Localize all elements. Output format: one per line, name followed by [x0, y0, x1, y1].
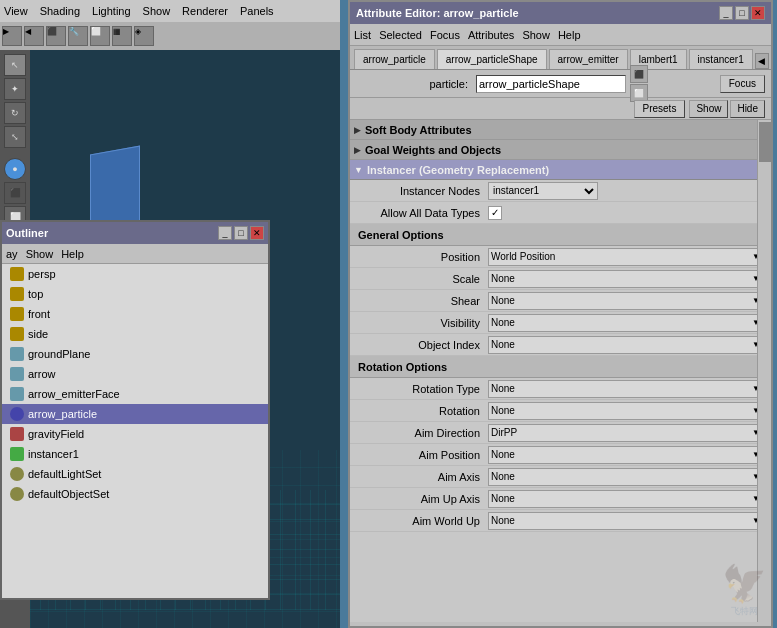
outliner-item-gravity[interactable]: gravityField — [2, 424, 268, 444]
aim-up-axis-value: None ▼ — [488, 490, 763, 508]
tab-prev-btn[interactable]: ◀ — [755, 53, 769, 69]
shear-dropdown-text: None — [491, 295, 515, 306]
aim-axis-label: Aim Axis — [358, 471, 488, 483]
aim-axis-dropdown[interactable]: None ▼ — [488, 468, 763, 486]
menu-panels[interactable]: Panels — [240, 5, 274, 17]
toolbar-icon-3[interactable]: ⬛ — [46, 26, 66, 46]
object-index-dropdown[interactable]: None ▼ — [488, 336, 763, 354]
attr-maximize-btn[interactable]: □ — [735, 6, 749, 20]
instancer-section[interactable]: ▼ Instancer (Geometry Replacement) — [350, 160, 771, 180]
visibility-dropdown[interactable]: None ▼ — [488, 314, 763, 332]
menu-view[interactable]: View — [4, 5, 28, 17]
toolbar-icon-6[interactable]: ▦ — [112, 26, 132, 46]
attr-close-btn[interactable]: ✕ — [751, 6, 765, 20]
item-label-objectset: defaultObjectSet — [28, 488, 109, 500]
outliner-item-side[interactable]: side — [2, 324, 268, 344]
watermark: 🦅 飞特网 — [722, 563, 767, 618]
toolbar-icon-4[interactable]: 🔧 — [68, 26, 88, 46]
menu-shading[interactable]: Shading — [40, 5, 80, 17]
aim-world-up-value: None ▼ — [488, 512, 763, 530]
visibility-dropdown-text: None — [491, 317, 515, 328]
particle-input[interactable]: arrow_particleShape — [476, 75, 626, 93]
menu-renderer[interactable]: Renderer — [182, 5, 228, 17]
outliner-item-objectset[interactable]: defaultObjectSet — [2, 484, 268, 504]
side-icon-sphere[interactable]: ● — [4, 158, 26, 180]
presets-button[interactable]: Presets — [634, 100, 686, 118]
outliner-item-front[interactable]: front — [2, 304, 268, 324]
aim-world-up-label: Aim World Up — [358, 515, 488, 527]
outliner-item-top[interactable]: top — [2, 284, 268, 304]
aim-world-up-dropdown[interactable]: None ▼ — [488, 512, 763, 530]
attr-menu-show[interactable]: Show — [522, 29, 550, 41]
toolbar-icon-2[interactable]: ◀ — [24, 26, 44, 46]
allow-all-checkbox[interactable] — [488, 206, 502, 220]
attribute-editor: Attribute Editor: arrow_particle _ □ ✕ L… — [348, 0, 773, 628]
outliner-item-arrow-emitter[interactable]: arrow_emitterFace — [2, 384, 268, 404]
toolbar-icon-5[interactable]: ⬜ — [90, 26, 110, 46]
attr-menu-list[interactable]: List — [354, 29, 371, 41]
shear-dropdown[interactable]: None ▼ — [488, 292, 763, 310]
attr-tab-nav: ◀ ▶ — [755, 53, 771, 69]
particle-row: particle: arrow_particleShape ⬛ ⬜ Focus — [350, 70, 771, 98]
toolbar-icon-7[interactable]: ◈ — [134, 26, 154, 46]
focus-button[interactable]: Focus — [720, 75, 765, 93]
rotation-type-label: Rotation Type — [358, 383, 488, 395]
side-icon-scale[interactable]: ⤡ — [4, 126, 26, 148]
outliner-item-instancer[interactable]: instancer1 — [2, 444, 268, 464]
show-button[interactable]: Show — [689, 100, 728, 118]
attr-menu-selected[interactable]: Selected — [379, 29, 422, 41]
item-label-gravity: gravityField — [28, 428, 84, 440]
item-label-groundplane: groundPlane — [28, 348, 90, 360]
visibility-row: Visibility None ▼ — [350, 312, 771, 334]
outliner-item-groundplane[interactable]: groundPlane — [2, 344, 268, 364]
shear-value: None ▼ — [488, 292, 763, 310]
scrollbar-thumb[interactable] — [759, 122, 771, 162]
tab-arrow-emitter[interactable]: arrow_emitter — [549, 49, 628, 69]
scale-dropdown[interactable]: None ▼ — [488, 270, 763, 288]
outliner-menu-show[interactable]: Show — [26, 248, 54, 260]
aim-position-dropdown[interactable]: None ▼ — [488, 446, 763, 464]
tab-instancer1[interactable]: instancer1 — [689, 49, 753, 69]
attr-menu-focus[interactable]: Focus — [430, 29, 460, 41]
rotation-type-dropdown[interactable]: None ▼ — [488, 380, 763, 398]
tab-arrow-particle[interactable]: arrow_particle — [354, 49, 435, 69]
tab-arrow-particleshape[interactable]: arrow_particleShape — [437, 49, 547, 69]
side-icon-move[interactable]: ✦ — [4, 78, 26, 100]
side-icon-rotate[interactable]: ↻ — [4, 102, 26, 124]
side-icon-select[interactable]: ↖ — [4, 54, 26, 76]
menu-lighting[interactable]: Lighting — [92, 5, 131, 17]
rotation-value: None ▼ — [488, 402, 763, 420]
outliner-item-arrow[interactable]: arrow — [2, 364, 268, 384]
outliner-maximize-btn[interactable]: □ — [234, 226, 248, 240]
outliner-item-arrow-particle[interactable]: arrow_particle — [2, 404, 268, 424]
position-dropdown[interactable]: World Position ▼ — [488, 248, 763, 266]
attr-content[interactable]: ▶ Soft Body Attributes ▶ Goal Weights an… — [350, 120, 771, 622]
aim-up-axis-dropdown[interactable]: None ▼ — [488, 490, 763, 508]
item-label-front: front — [28, 308, 50, 320]
aim-direction-dropdown[interactable]: DirPP ▼ — [488, 424, 763, 442]
particle-icon-btn-1[interactable]: ⬛ — [630, 65, 648, 83]
aim-direction-label: Aim Direction — [358, 427, 488, 439]
attr-minimize-btn[interactable]: _ — [719, 6, 733, 20]
scale-value: None ▼ — [488, 270, 763, 288]
hide-button[interactable]: Hide — [730, 100, 765, 118]
outliner-item-persp[interactable]: persp — [2, 264, 268, 284]
toolbar-icon-1[interactable]: ▶ — [2, 26, 22, 46]
outliner-close-btn[interactable]: ✕ — [250, 226, 264, 240]
soft-body-section[interactable]: ▶ Soft Body Attributes — [350, 120, 771, 140]
outliner-menu-ay[interactable]: ay — [6, 248, 18, 260]
scrollbar[interactable] — [757, 120, 771, 622]
watermark-wings: 🦅 — [722, 563, 767, 605]
outliner-minimize-btn[interactable]: _ — [218, 226, 232, 240]
goal-weights-section[interactable]: ▶ Goal Weights and Objects — [350, 140, 771, 160]
camera-icon-front — [10, 307, 24, 321]
attr-menu-help[interactable]: Help — [558, 29, 581, 41]
menu-show[interactable]: Show — [143, 5, 171, 17]
mesh-icon-emitter — [10, 387, 24, 401]
rotation-dropdown[interactable]: None ▼ — [488, 402, 763, 420]
outliner-item-lightset[interactable]: defaultLightSet — [2, 464, 268, 484]
outliner-menu-help[interactable]: Help — [61, 248, 84, 260]
side-icon-cube[interactable]: ⬛ — [4, 182, 26, 204]
instancer-nodes-select[interactable]: instancer1 — [488, 182, 598, 200]
attr-menu-attributes[interactable]: Attributes — [468, 29, 514, 41]
